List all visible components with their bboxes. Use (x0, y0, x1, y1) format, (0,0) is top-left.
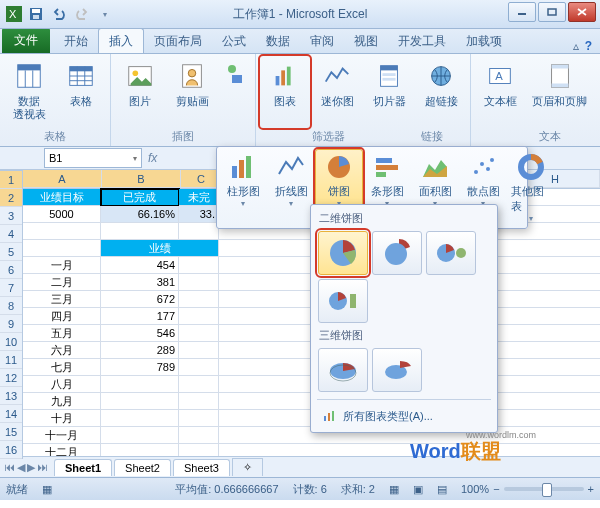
clipart-button[interactable]: 剪贴画 (167, 56, 217, 128)
cell[interactable]: 一月 (23, 257, 101, 274)
view-normal-icon[interactable]: ▦ (389, 483, 399, 496)
text-more-button[interactable]: A (594, 56, 600, 128)
cell[interactable]: 八月 (23, 376, 101, 393)
cell-selected[interactable]: 已完成 (101, 189, 179, 206)
cell[interactable]: 546 (101, 325, 179, 342)
tab-review[interactable]: 审阅 (300, 29, 344, 53)
zoom-in-icon[interactable]: + (588, 483, 594, 495)
cell[interactable] (101, 376, 179, 393)
hyperlink-button[interactable]: 超链接 (416, 56, 466, 128)
chart-line-button[interactable]: 折线图▾ (267, 149, 315, 226)
cell[interactable]: 九月 (23, 393, 101, 410)
tab-dev[interactable]: 开发工具 (388, 29, 456, 53)
cell[interactable]: 未完 (179, 189, 219, 206)
row-header[interactable]: 2 (0, 189, 22, 207)
view-pagebreak-icon[interactable]: ▤ (437, 483, 447, 496)
cell[interactable]: 672 (101, 291, 179, 308)
pie-3d-option[interactable] (318, 348, 368, 392)
cell[interactable]: 289 (101, 342, 179, 359)
minimize-button[interactable] (508, 2, 536, 22)
col-header[interactable]: B (102, 170, 181, 188)
row-header[interactable]: 12 (0, 369, 22, 387)
cell[interactable] (101, 410, 179, 427)
ribbon-minimize-icon[interactable]: ▵ (573, 39, 579, 53)
sheet-tab[interactable]: Sheet2 (114, 459, 171, 476)
tab-view[interactable]: 视图 (344, 29, 388, 53)
sheet-nav-next-icon[interactable]: ▶ (27, 461, 35, 474)
maximize-button[interactable] (538, 2, 566, 22)
sheet-tab[interactable]: Sheet1 (54, 459, 112, 476)
cell[interactable]: 十月 (23, 410, 101, 427)
row-header[interactable]: 1 (0, 171, 22, 189)
cell[interactable]: 5000 (23, 206, 101, 223)
row-header[interactable]: 14 (0, 405, 22, 423)
chart-column-button[interactable]: 柱形图▾ (219, 149, 267, 226)
zoom-out-icon[interactable]: − (493, 483, 499, 495)
cell[interactable]: 二月 (23, 274, 101, 291)
tab-home[interactable]: 开始 (54, 29, 98, 53)
all-chart-types-item[interactable]: 所有图表类型(A)... (315, 404, 493, 428)
tab-layout[interactable]: 页面布局 (144, 29, 212, 53)
shapes-button[interactable] (219, 56, 251, 128)
cell[interactable]: 五月 (23, 325, 101, 342)
tab-file[interactable]: 文件 (2, 28, 50, 53)
row-header[interactable]: 11 (0, 351, 22, 369)
cell[interactable] (101, 444, 179, 456)
help-icon[interactable]: ? (585, 39, 592, 53)
slicer-button[interactable]: 切片器 (364, 56, 414, 128)
zoom-control[interactable]: 100% − + (461, 483, 594, 495)
col-header[interactable]: A (23, 170, 102, 188)
picture-button[interactable]: 图片 (115, 56, 165, 128)
pivot-table-button[interactable]: 数据 透视表 (4, 56, 54, 128)
cell[interactable]: 66.16% (101, 206, 179, 223)
cell[interactable]: 六月 (23, 342, 101, 359)
pie-exploded-option[interactable] (372, 231, 422, 275)
cell[interactable]: 七月 (23, 359, 101, 376)
header-footer-button[interactable]: 页眉和页脚 (527, 56, 592, 128)
tab-addin[interactable]: 加载项 (456, 29, 512, 53)
tab-insert[interactable]: 插入 (98, 28, 144, 53)
tab-formula[interactable]: 公式 (212, 29, 256, 53)
row-header[interactable]: 10 (0, 333, 22, 351)
sheet-tab[interactable]: Sheet3 (173, 459, 230, 476)
cell[interactable] (101, 393, 179, 410)
row-header[interactable]: 13 (0, 387, 22, 405)
cell[interactable]: 三月 (23, 291, 101, 308)
row-header[interactable]: 4 (0, 225, 22, 243)
row-header[interactable]: 8 (0, 297, 22, 315)
sheet-nav-last-icon[interactable]: ⏭ (37, 461, 48, 474)
zoom-slider[interactable] (504, 487, 584, 491)
pie-2d-option[interactable] (318, 231, 368, 275)
cell[interactable]: 33. (179, 206, 219, 223)
row-header[interactable]: 5 (0, 243, 22, 261)
row-header[interactable]: 16 (0, 441, 22, 459)
cell[interactable] (101, 427, 179, 444)
cell[interactable]: 四月 (23, 308, 101, 325)
chart-other-button[interactable]: 其他图表▾ (507, 149, 555, 226)
cell[interactable]: 454 (101, 257, 179, 274)
pie-of-pie-option[interactable] (426, 231, 476, 275)
cell[interactable]: 十一月 (23, 427, 101, 444)
sheet-nav-first-icon[interactable]: ⏮ (4, 461, 15, 474)
fx-icon[interactable]: fx (148, 151, 157, 165)
tab-data[interactable]: 数据 (256, 29, 300, 53)
table-button[interactable]: 表格 (56, 56, 106, 128)
cell[interactable]: 业绩目标 (23, 189, 101, 206)
sheet-nav-prev-icon[interactable]: ◀ (17, 461, 25, 474)
new-sheet-button[interactable]: ✧ (232, 458, 263, 476)
close-button[interactable] (568, 2, 596, 22)
row-header[interactable]: 9 (0, 315, 22, 333)
textbox-button[interactable]: A 文本框 (475, 56, 525, 128)
cell[interactable]: 业绩 (101, 240, 219, 257)
chart-button[interactable]: 图表 (260, 56, 310, 128)
name-box[interactable]: B1▾ (44, 148, 142, 168)
cell[interactable]: 789 (101, 359, 179, 376)
cell[interactable]: 十二月 (23, 444, 101, 456)
sparkline-button[interactable]: 迷你图 (312, 56, 362, 128)
row-header[interactable]: 7 (0, 279, 22, 297)
cell[interactable]: 177 (101, 308, 179, 325)
row-header[interactable]: 6 (0, 261, 22, 279)
pie-3d-exploded-option[interactable] (372, 348, 422, 392)
row-header[interactable]: 15 (0, 423, 22, 441)
cell[interactable]: 381 (101, 274, 179, 291)
